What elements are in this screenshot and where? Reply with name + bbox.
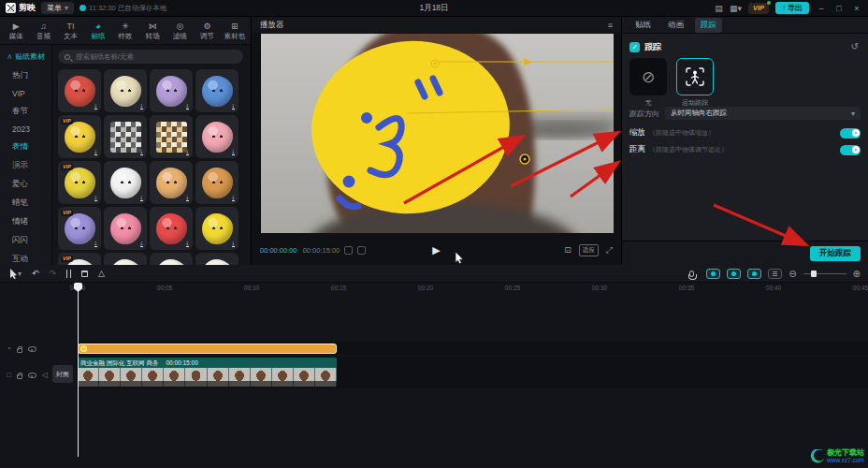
timeline-ruler[interactable]: 00:0000:0500:1000:1500:2000:2500:3000:35…	[76, 283, 868, 294]
start-tracking-button[interactable]: 开始跟踪	[810, 246, 861, 261]
split-icon[interactable]	[66, 270, 71, 278]
play-button[interactable]: ▶	[432, 244, 440, 256]
sidebar-item[interactable]: 春节	[0, 102, 51, 121]
vip-badge[interactable]: VIP	[748, 3, 769, 14]
purple-ball-sticker[interactable]: VIP ↓	[58, 207, 101, 250]
redo-icon[interactable]: ↷	[50, 269, 57, 278]
sidebar-item[interactable]: VIP	[0, 85, 51, 102]
track-type-icon[interactable]: □	[7, 372, 11, 379]
cover-button[interactable]: 封面	[52, 365, 73, 383]
panda-face-sticker[interactable]: VIP ↓	[104, 161, 147, 204]
download-icon[interactable]: ↓	[140, 102, 144, 110]
sidebar-header[interactable]: ∧ 贴纸素材	[0, 45, 51, 66]
fullscreen-icon[interactable]: ⤢	[606, 245, 613, 256]
video-clip[interactable]: 商业金融 国际化 互联网 商务 00:00:15:00	[78, 358, 337, 387]
toolbar-item-pack[interactable]: ⊞ 素材包	[224, 22, 246, 40]
toolbar-item-effects[interactable]: ✳ 特效	[114, 22, 137, 40]
pig-face-sticker[interactable]: VIP ↓	[195, 115, 239, 158]
main-track-magnet-icon[interactable]	[706, 269, 720, 279]
sidebar-item[interactable]: 爱心	[0, 175, 51, 194]
layout-panel-icon[interactable]: ▤	[715, 4, 723, 13]
mute-icon[interactable]: ◁	[42, 372, 48, 379]
download-icon[interactable]: ↓	[232, 194, 236, 201]
snapshot-icon[interactable]: ⊡	[564, 245, 571, 255]
toolbar-item-text[interactable]: TI 文本	[60, 22, 82, 40]
bw-pixel-sticker[interactable]: VIP ↓	[104, 115, 147, 158]
export-button[interactable]: ↑ 导出	[775, 2, 809, 14]
toolbar-item-media[interactable]: ▶ 媒体	[5, 22, 27, 40]
zoom-out-icon[interactable]: ⊖	[788, 269, 796, 279]
download-icon[interactable]: ↓	[140, 148, 144, 155]
download-icon[interactable]: ↓	[232, 240, 236, 247]
santa-sticker[interactable]: VIP ↓	[58, 69, 101, 112]
download-icon[interactable]: ↓	[94, 240, 98, 247]
player-menu-icon[interactable]: ≡	[608, 21, 613, 30]
paper-face-1-sticker[interactable]: VIP ↓	[104, 253, 147, 265]
zoom-slider-knob[interactable]	[811, 271, 817, 277]
sidebar-item[interactable]: 2023	[0, 121, 51, 138]
sidebar-item[interactable]: 蜡笔	[0, 194, 51, 212]
sticker-clip[interactable]	[78, 344, 337, 354]
toolbar-item-transition[interactable]: ⋈ 转场	[141, 22, 164, 40]
visibility-icon[interactable]	[28, 373, 36, 378]
inspector-tab-inactive[interactable]: 动画	[662, 18, 689, 33]
lemon-face-sticker[interactable]: VIP ↓	[195, 207, 239, 250]
download-icon[interactable]: ↓	[232, 148, 236, 155]
bow-cat-sticker[interactable]: VIP ↓	[58, 253, 101, 265]
track-time-icon[interactable]: ◔	[7, 345, 11, 353]
toolbar-item-filter[interactable]: ◎ 滤镜	[168, 22, 191, 40]
paper-face-2-sticker[interactable]: VIP ↓	[150, 253, 193, 265]
loop-icon[interactable]	[357, 246, 366, 255]
download-icon[interactable]: ↓	[232, 102, 236, 110]
toolbar-item-audio[interactable]: ♫ 音频	[32, 22, 54, 40]
yellow-blob-sticker[interactable]: VIP ↓	[58, 115, 101, 158]
tracking-none-option[interactable]: ⊘	[629, 58, 667, 95]
auto-snap-icon[interactable]	[727, 269, 741, 279]
peach-face-sticker[interactable]: VIP ↓	[104, 207, 147, 250]
pear-face-sticker[interactable]: VIP ↓	[58, 161, 101, 204]
playhead[interactable]	[78, 283, 79, 457]
download-icon[interactable]: ↓	[140, 240, 144, 247]
download-icon[interactable]: ↓	[94, 148, 98, 155]
reset-icon[interactable]: ↺	[851, 41, 859, 51]
paper-face-3-sticker[interactable]: VIP ↓	[195, 253, 239, 265]
purple-blob-sticker[interactable]: VIP ↓	[150, 69, 193, 112]
mirror-icon[interactable]: △	[98, 269, 105, 278]
motion-tracking-option[interactable]	[676, 58, 714, 95]
strawberry-sticker[interactable]: VIP ↓	[150, 207, 193, 250]
sidebar-item[interactable]: 闪闪	[0, 231, 51, 250]
toggle-switch[interactable]	[840, 128, 861, 139]
maximize-button[interactable]: □	[833, 4, 845, 13]
sidebar-item[interactable]: 情绪	[0, 212, 51, 231]
toolbar-item-sticker[interactable]: ◕ 贴纸	[87, 22, 109, 40]
search-input[interactable]	[74, 51, 237, 62]
inspector-tab-inactive[interactable]: 贴纸	[629, 18, 657, 33]
download-icon[interactable]: ↓	[140, 194, 144, 201]
download-icon[interactable]: ↓	[186, 194, 190, 201]
download-icon[interactable]: ↓	[94, 194, 98, 201]
blue-ice-sticker[interactable]: VIP ↓	[195, 69, 239, 112]
download-icon[interactable]: ↓	[186, 102, 190, 110]
tracking-checkbox[interactable]: ✓	[629, 42, 640, 52]
download-icon[interactable]: ↓	[94, 102, 98, 110]
sidebar-item[interactable]: 热门	[0, 66, 51, 85]
cat-face-sticker[interactable]: VIP ↓	[150, 161, 193, 204]
preview-axis-icon[interactable]	[768, 269, 782, 279]
select-tool-icon[interactable]: ▾	[9, 269, 22, 279]
sidebar-item[interactable]: 演示	[0, 156, 51, 175]
zoom-in-icon[interactable]: ⊕	[853, 269, 861, 279]
video-preview[interactable]	[261, 34, 614, 233]
egg-face-sticker[interactable]: VIP ↓	[104, 69, 147, 112]
sticker-search[interactable]	[58, 50, 243, 64]
lock-icon[interactable]	[17, 374, 22, 379]
record-audio-icon[interactable]	[689, 271, 694, 277]
sidebar-item[interactable]: 表情	[0, 138, 51, 156]
visibility-icon[interactable]	[28, 346, 36, 352]
undo-icon[interactable]: ↶	[32, 269, 39, 278]
delete-icon[interactable]	[81, 271, 88, 277]
timeline-zoom-slider[interactable]	[803, 273, 846, 274]
menu-button[interactable]: 菜单 ▾	[41, 2, 74, 14]
download-icon[interactable]: ↓	[186, 240, 190, 247]
color-pixel-sticker[interactable]: VIP ↓	[150, 115, 193, 158]
inspector-tab-active[interactable]: 跟踪	[695, 18, 722, 33]
